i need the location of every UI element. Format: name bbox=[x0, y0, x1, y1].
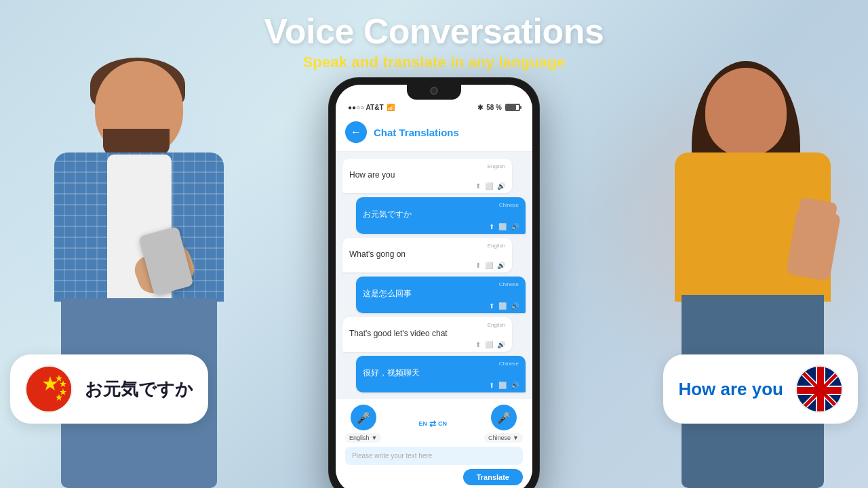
message-2: Chinese お元気ですか ⬆ ⬜ 🔊 bbox=[342, 197, 526, 234]
msg-english-5: English That's good let's video chat ⬆ ⬜… bbox=[342, 317, 512, 352]
message-1: English How are you ⬆ ⬜ 🔊 bbox=[342, 159, 526, 193]
svg-rect-14 bbox=[797, 387, 843, 394]
battery-level: 58 % bbox=[486, 104, 502, 111]
msg-actions-1: ⬆ ⬜ 🔊 bbox=[349, 182, 505, 190]
lang-from-code: EN bbox=[418, 420, 427, 427]
mic-button-left[interactable]: 🎤 bbox=[351, 405, 376, 430]
msg-lang-2: Chinese bbox=[363, 202, 519, 208]
msg-actions-5: ⬆ ⬜ 🔊 bbox=[349, 341, 505, 348]
share-icon-6[interactable]: ⬆ bbox=[489, 382, 494, 389]
lang-selector-left[interactable]: English ▼ bbox=[345, 433, 381, 443]
copy-icon-3[interactable]: ⬜ bbox=[485, 262, 493, 269]
share-icon-4[interactable]: ⬆ bbox=[489, 302, 494, 310]
msg-actions-4: ⬆ ⬜ 🔊 bbox=[363, 302, 519, 310]
wifi-icon: 📶 bbox=[387, 104, 395, 111]
back-button[interactable]: ← bbox=[345, 121, 367, 143]
speaker-icon-5[interactable]: 🔊 bbox=[497, 341, 505, 348]
swap-icon: ⇄ bbox=[429, 419, 436, 428]
mic-section-right: 🎤 Chinese ▼ bbox=[484, 405, 523, 443]
chat-area: English How are you ⬆ ⬜ 🔊 Chinese お元気ですか bbox=[336, 152, 532, 399]
msg-text-2: お元気ですか bbox=[363, 209, 519, 220]
msg-text-1: How are you bbox=[349, 170, 505, 180]
msg-text-5: That's good let's video chat bbox=[349, 329, 505, 338]
bottom-controls: 🎤 English ▼ EN ⇄ CN bbox=[336, 399, 532, 488]
phone-camera bbox=[430, 87, 438, 95]
msg-english-1: English How are you ⬆ ⬜ 🔊 bbox=[342, 159, 512, 193]
msg-text-4: 这是怎么回事 bbox=[363, 288, 519, 300]
dropdown-icon-left: ▼ bbox=[372, 434, 378, 441]
bubble-left: お元気ですか bbox=[10, 354, 208, 424]
bubble-left-text: お元気ですか bbox=[85, 378, 193, 401]
speaker-icon-2[interactable]: 🔊 bbox=[511, 223, 519, 230]
msg-lang-1: English bbox=[349, 163, 505, 169]
msg-text-6: 很好，视频聊天 bbox=[363, 367, 519, 379]
carrier: ●●○○ AT&T bbox=[348, 104, 384, 111]
share-icon-3[interactable]: ⬆ bbox=[475, 262, 481, 269]
translate-row: Translate bbox=[345, 469, 523, 488]
lang-to-label: Chinese bbox=[488, 434, 511, 441]
msg-chinese-6: Chinese 很好，视频聊天 ⬆ ⬜ 🔊 bbox=[356, 356, 526, 392]
svg-point-0 bbox=[26, 367, 73, 413]
msg-actions-6: ⬆ ⬜ 🔊 bbox=[363, 382, 519, 389]
status-left: ●●○○ AT&T 📶 bbox=[348, 104, 395, 111]
message-6: Chinese 很好，视频聊天 ⬆ ⬜ 🔊 bbox=[342, 356, 526, 392]
share-icon-5[interactable]: ⬆ bbox=[475, 341, 481, 348]
msg-lang-5: English bbox=[349, 322, 505, 328]
page-title: Voice Conversations bbox=[0, 12, 868, 51]
bubble-right: How are you bbox=[663, 354, 858, 424]
back-icon: ← bbox=[351, 126, 361, 138]
page-subtitle: Speak and translate in any language bbox=[0, 54, 868, 71]
msg-lang-4: Chinese bbox=[363, 281, 519, 287]
msg-text-3: What's gong on bbox=[349, 249, 505, 259]
status-right: ✱ 58 % bbox=[477, 104, 520, 111]
msg-lang-3: English bbox=[349, 243, 505, 249]
msg-actions-2: ⬆ ⬜ 🔊 bbox=[363, 223, 519, 230]
msg-english-3: English What's gong on ⬆ ⬜ 🔊 bbox=[342, 238, 512, 272]
msg-chinese-4: Chinese 这是怎么回事 ⬆ ⬜ 🔊 bbox=[356, 277, 526, 313]
speaker-icon-4[interactable]: 🔊 bbox=[511, 302, 519, 310]
mic-icon-left: 🎤 bbox=[357, 411, 370, 424]
phone-screen: ●●○○ AT&T 📶 ✱ 58 % ← Chat Translatio bbox=[336, 85, 532, 488]
bubble-right-text: How are you bbox=[678, 379, 783, 400]
msg-actions-3: ⬆ ⬜ 🔊 bbox=[349, 262, 505, 269]
copy-icon-6[interactable]: ⬜ bbox=[498, 382, 507, 389]
mic-row: 🎤 English ▼ EN ⇄ CN bbox=[345, 405, 523, 443]
app-bar-title: Chat Translations bbox=[374, 127, 459, 138]
lang-selector-right[interactable]: Chinese ▼ bbox=[484, 433, 523, 443]
msg-chinese-2: Chinese お元気ですか ⬆ ⬜ 🔊 bbox=[356, 197, 526, 234]
message-5: English That's good let's video chat ⬆ ⬜… bbox=[342, 317, 526, 352]
lang-to-code: CN bbox=[438, 420, 447, 427]
translate-button[interactable]: Translate bbox=[463, 469, 523, 485]
copy-icon-2[interactable]: ⬜ bbox=[498, 223, 507, 230]
copy-icon-1[interactable]: ⬜ bbox=[485, 182, 493, 190]
message-4: Chinese 这是怎么回事 ⬆ ⬜ 🔊 bbox=[342, 277, 526, 313]
copy-icon-4[interactable]: ⬜ bbox=[498, 302, 507, 310]
lang-swap[interactable]: EN ⇄ CN bbox=[418, 419, 447, 428]
mic-button-right[interactable]: 🎤 bbox=[491, 405, 517, 430]
china-flag bbox=[25, 365, 73, 413]
battery-icon bbox=[505, 104, 520, 111]
lang-from-label: English bbox=[349, 434, 370, 441]
uk-flag bbox=[795, 365, 843, 413]
mic-icon-right: 🎤 bbox=[497, 411, 511, 424]
dropdown-icon-right: ▼ bbox=[513, 434, 519, 441]
app-bar: ← Chat Translations bbox=[336, 115, 532, 152]
share-icon-2[interactable]: ⬆ bbox=[489, 223, 494, 230]
mic-section-left: 🎤 English ▼ bbox=[345, 405, 381, 443]
text-input-placeholder: Please write your text here bbox=[352, 452, 432, 460]
copy-icon-5[interactable]: ⬜ bbox=[485, 341, 493, 348]
share-icon-1[interactable]: ⬆ bbox=[475, 182, 481, 190]
speaker-icon-1[interactable]: 🔊 bbox=[497, 182, 505, 190]
speaker-icon-3[interactable]: 🔊 bbox=[497, 262, 505, 269]
message-3: English What's gong on ⬆ ⬜ 🔊 bbox=[342, 238, 526, 272]
text-input-area[interactable]: Please write your text here bbox=[345, 447, 523, 465]
msg-lang-6: Chinese bbox=[363, 361, 519, 367]
phone-outer: ●●○○ AT&T 📶 ✱ 58 % ← Chat Translatio bbox=[329, 78, 539, 488]
speaker-icon-6[interactable]: 🔊 bbox=[511, 382, 519, 389]
phone-container: ●●○○ AT&T 📶 ✱ 58 % ← Chat Translatio bbox=[329, 78, 539, 488]
header: Voice Conversations Speak and translate … bbox=[0, 12, 868, 71]
woman-head bbox=[705, 68, 787, 156]
bluetooth-icon: ✱ bbox=[477, 104, 483, 111]
